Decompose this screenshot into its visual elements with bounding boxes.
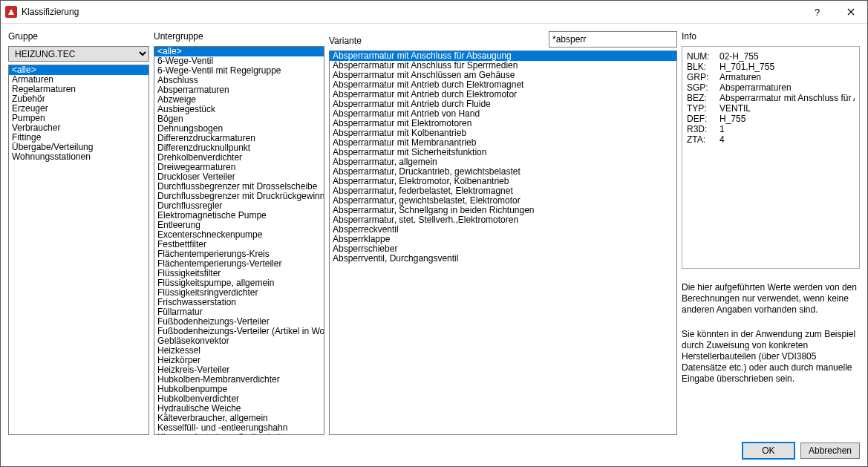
info-box: NUM:02-H_755BLK:H_701,H_755GRP:Armaturen…: [682, 46, 860, 269]
info-row: SGP:Absperrarmaturen: [687, 82, 855, 93]
gruppe-combo[interactable]: HEIZUNG.TEC: [8, 46, 149, 62]
info-row: TYP:VENTIL: [687, 103, 855, 114]
variante-list[interactable]: Absperrarmatur mit Anschluss für Absaugu…: [329, 50, 677, 435]
cancel-button[interactable]: Abbrechen: [800, 442, 860, 459]
dialog-window: Klassifizierung ? Gruppe HEIZUNG.TEC <al…: [0, 0, 868, 467]
info-row: NUM:02-H_755: [687, 51, 855, 62]
info-description-2: Sie könnten in der Anwendung zum Beispie…: [682, 329, 860, 385]
info-row: R3D:1: [687, 124, 855, 134]
info-value: Absperrarmatur mit Anschluss für Absaugu…: [719, 93, 855, 103]
info-column: Info NUM:02-H_755BLK:H_701,H_755GRP:Arma…: [682, 31, 860, 435]
info-key: R3D:: [687, 124, 719, 134]
info-value: H_701,H_755: [719, 62, 774, 72]
list-item[interactable]: Absperrventil, Durchgangsventil: [330, 254, 676, 264]
info-key: TYP:: [687, 103, 719, 114]
info-value: 02-H_755: [719, 51, 759, 62]
info-row: BEZ:Absperrarmatur mit Anschluss für Abs…: [687, 93, 855, 103]
close-button[interactable]: [834, 1, 867, 23]
untergruppe-list[interactable]: <alle>6-Wege-Ventil6-Wege-Ventil mit Reg…: [154, 46, 324, 435]
titlebar: Klassifizierung ?: [1, 1, 867, 24]
info-key: NUM:: [687, 51, 719, 62]
info-value: 4: [719, 134, 725, 145]
info-value: VENTIL: [719, 103, 751, 114]
variante-column: Variante Absperrarmatur mit Anschluss fü…: [329, 31, 677, 435]
info-description-1: Die hier aufgeführten Werte werden von d…: [682, 282, 860, 316]
info-value: Armaturen: [719, 72, 761, 82]
info-key: ZTA:: [687, 134, 719, 145]
list-item[interactable]: Wohnungsstationen: [9, 152, 149, 162]
app-icon: [5, 6, 17, 18]
variante-label: Variante: [329, 36, 544, 46]
info-row: GRP:Armaturen: [687, 72, 855, 82]
gruppe-list[interactable]: <alle>ArmaturenRegelarmaturenZubehörErze…: [8, 65, 149, 435]
help-button[interactable]: ?: [800, 1, 834, 23]
untergruppe-label: Untergruppe: [154, 31, 324, 42]
variante-filter-input[interactable]: [549, 31, 677, 48]
info-row: DEF:H_755: [687, 114, 855, 124]
info-value: 1: [719, 124, 725, 134]
close-icon: [847, 8, 855, 16]
info-row: BLK:H_701,H_755: [687, 62, 855, 72]
info-key: DEF:: [687, 114, 719, 124]
info-key: SGP:: [687, 82, 719, 93]
gruppe-column: Gruppe HEIZUNG.TEC <alle>ArmaturenRegela…: [8, 31, 149, 435]
window-title: Klassifizierung: [22, 7, 79, 17]
info-row: ZTA:4: [687, 134, 855, 145]
info-key: BEZ:: [687, 93, 719, 103]
info-key: BLK:: [687, 62, 719, 72]
info-value: H_755: [719, 114, 745, 124]
untergruppe-column: Untergruppe <alle>6-Wege-Ventil6-Wege-Ve…: [154, 31, 324, 435]
info-key: GRP:: [687, 72, 719, 82]
info-label: Info: [682, 31, 860, 42]
ok-button[interactable]: OK: [743, 442, 794, 459]
content-area: Gruppe HEIZUNG.TEC <alle>ArmaturenRegela…: [1, 24, 867, 435]
footer: OK Abbrechen: [1, 435, 867, 466]
gruppe-label: Gruppe: [8, 31, 149, 42]
info-value: Absperrarmaturen: [719, 82, 792, 93]
